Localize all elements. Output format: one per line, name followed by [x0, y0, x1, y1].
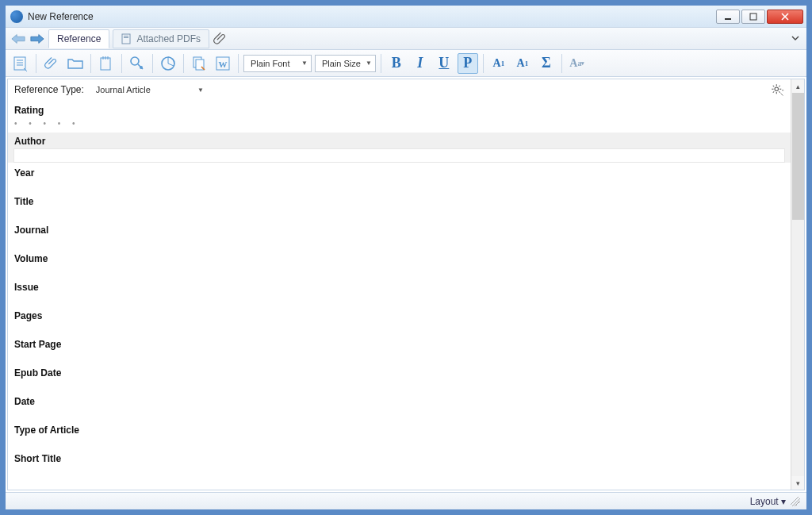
tab-label: Reference	[57, 33, 101, 44]
resize-grip[interactable]	[791, 497, 800, 506]
field-input[interactable]	[14, 437, 784, 450]
font-select[interactable]: Plain Font ▼	[243, 55, 312, 72]
field-rating[interactable]: Rating	[8, 102, 791, 117]
field-label: Issue	[14, 279, 784, 294]
rating-stars[interactable]: • • • • •	[8, 117, 791, 133]
separator	[90, 54, 91, 73]
search-icon	[129, 56, 145, 71]
chart-button[interactable]	[158, 53, 178, 74]
svg-point-18	[775, 87, 779, 91]
field-epub-date[interactable]: Epub Date	[8, 364, 791, 393]
field-author[interactable]: Author	[8, 133, 791, 163]
settings-button[interactable]	[770, 83, 784, 97]
size-value: Plain Size	[322, 59, 361, 68]
nav-row: Reference Attached PDFs	[6, 28, 806, 50]
layout-menu[interactable]: Layout ▾	[750, 496, 786, 507]
field-start-page[interactable]: Start Page	[8, 336, 791, 364]
field-short-title[interactable]: Short Title	[8, 450, 791, 466]
note-button[interactable]	[96, 53, 117, 74]
field-title[interactable]: Title	[8, 193, 791, 221]
tab-reference[interactable]: Reference	[48, 29, 109, 48]
field-type-of-article[interactable]: Type of Article	[8, 421, 791, 450]
maximize-button[interactable]	[741, 10, 765, 24]
vertical-scrollbar[interactable]: ▴ ▾	[791, 79, 804, 490]
paperclip-icon	[44, 56, 59, 71]
copy-button[interactable]	[189, 53, 209, 74]
field-issue[interactable]: Issue	[8, 279, 791, 307]
scroll-track[interactable]	[791, 220, 804, 476]
nav-options[interactable]	[791, 33, 802, 44]
window-buttons	[716, 10, 803, 24]
svg-rect-1	[750, 13, 756, 20]
field-journal[interactable]: Journal	[8, 221, 791, 250]
attach-button[interactable]	[213, 31, 228, 47]
plain-button[interactable]: P	[458, 53, 478, 74]
field-volume[interactable]: Volume	[8, 250, 791, 279]
field-input[interactable]	[14, 323, 784, 336]
subscript-button[interactable]: A1	[512, 53, 533, 74]
scroll-thumb[interactable]	[792, 93, 804, 220]
separator	[183, 54, 184, 73]
chevron-down-icon: ▼	[366, 60, 372, 67]
sigma-button[interactable]: Σ	[536, 53, 557, 74]
svg-rect-0	[725, 18, 731, 20]
reference-type-value: Journal Article	[96, 85, 151, 94]
form-button[interactable]	[10, 53, 31, 74]
field-input[interactable]	[14, 409, 784, 421]
attach-file-button[interactable]	[41, 53, 62, 74]
app-icon	[10, 10, 23, 23]
svg-point-12	[140, 66, 143, 69]
field-label: Year	[14, 164, 784, 180]
separator	[561, 54, 562, 73]
field-input[interactable]	[14, 209, 784, 221]
toolbar: W Plain Font ▼ Plain Size ▼ B I U P A1 A…	[6, 50, 806, 77]
titlebar[interactable]: New Reference	[6, 6, 806, 28]
field-label: Pages	[14, 307, 784, 323]
folder-icon	[67, 57, 83, 70]
field-input[interactable]	[14, 380, 784, 393]
field-input[interactable]	[14, 266, 784, 279]
svg-rect-3	[124, 36, 128, 37]
size-select[interactable]: Plain Size ▼	[315, 55, 376, 72]
word-button[interactable]: W	[213, 53, 233, 74]
minimize-button[interactable]	[716, 10, 740, 24]
scroll-down-button[interactable]: ▾	[791, 476, 804, 490]
content-area: Reference Type: Journal Article ▼ Rating…	[7, 79, 805, 490]
reference-type-select[interactable]: Journal Article ▼	[89, 82, 208, 98]
separator	[238, 54, 239, 73]
case-button[interactable]: Aa▾	[567, 53, 588, 74]
field-year[interactable]: Year	[8, 164, 791, 193]
superscript-button[interactable]: A1	[488, 53, 509, 74]
svg-rect-5	[14, 57, 25, 70]
chevron-down-icon: ▼	[301, 60, 308, 67]
svg-rect-9	[101, 58, 110, 70]
search-web-button[interactable]	[127, 53, 147, 74]
status-bar: Layout ▾	[6, 492, 806, 509]
back-button[interactable]	[10, 31, 26, 47]
field-input[interactable]	[14, 237, 784, 250]
separator	[483, 54, 484, 73]
separator	[152, 54, 153, 73]
field-input[interactable]	[14, 352, 784, 364]
tab-attached-pdfs[interactable]: Attached PDFs	[113, 29, 209, 48]
pie-icon	[160, 56, 176, 71]
field-label: Volume	[14, 250, 784, 266]
separator	[36, 54, 36, 73]
open-folder-button[interactable]	[65, 53, 86, 74]
underline-button[interactable]: U	[434, 53, 454, 74]
field-pages[interactable]: Pages	[8, 307, 791, 336]
field-date[interactable]: Date	[8, 393, 791, 421]
gear-icon	[770, 83, 784, 97]
close-button[interactable]	[767, 10, 803, 24]
bold-button[interactable]: B	[386, 53, 407, 74]
svg-point-10	[131, 57, 139, 65]
italic-button[interactable]: I	[410, 53, 431, 74]
forward-button[interactable]	[29, 31, 45, 47]
field-input[interactable]	[13, 148, 785, 163]
fields-list: Rating • • • • • Author Year Title Journ…	[8, 100, 791, 467]
scroll-up-button[interactable]: ▴	[791, 79, 804, 93]
field-input[interactable]	[14, 180, 784, 193]
form-icon	[13, 56, 29, 71]
field-input[interactable]	[14, 294, 784, 307]
svg-rect-2	[122, 34, 130, 44]
